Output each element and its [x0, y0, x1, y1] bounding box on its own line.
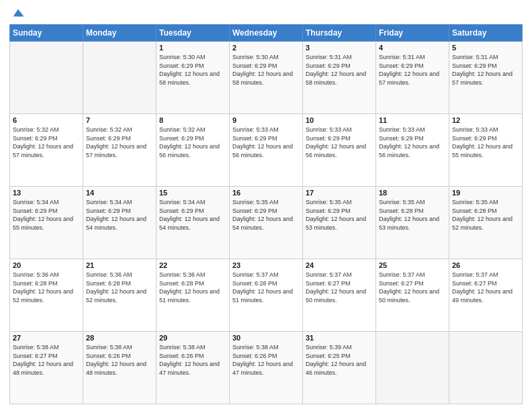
day-info: Sunrise: 5:33 AM Sunset: 6:29 PM Dayligh…	[379, 126, 446, 159]
day-info: Sunrise: 5:38 AM Sunset: 6:26 PM Dayligh…	[232, 343, 300, 377]
calendar-week-row: 13Sunrise: 5:34 AM Sunset: 6:29 PM Dayli…	[10, 187, 523, 259]
calendar-cell: 22Sunrise: 5:36 AM Sunset: 6:28 PM Dayli…	[157, 259, 230, 332]
calendar-cell: 27Sunrise: 5:38 AM Sunset: 6:27 PM Dayli…	[10, 332, 83, 404]
day-info: Sunrise: 5:32 AM Sunset: 6:29 PM Dayligh…	[86, 126, 153, 159]
calendar-cell: 19Sunrise: 5:35 AM Sunset: 6:28 PM Dayli…	[449, 187, 523, 259]
day-number: 22	[159, 261, 226, 269]
calendar-cell: 1Sunrise: 5:30 AM Sunset: 6:29 PM Daylig…	[157, 42, 230, 114]
calendar-cell: 13Sunrise: 5:34 AM Sunset: 6:29 PM Dayli…	[10, 187, 83, 259]
day-info: Sunrise: 5:38 AM Sunset: 6:26 PM Dayligh…	[86, 343, 153, 377]
calendar-cell: 24Sunrise: 5:37 AM Sunset: 6:27 PM Dayli…	[303, 259, 376, 332]
calendar-cell: 30Sunrise: 5:38 AM Sunset: 6:26 PM Dayli…	[230, 332, 303, 404]
calendar-header-saturday: Saturday	[449, 25, 523, 42]
day-info: Sunrise: 5:36 AM Sunset: 6:28 PM Dayligh…	[13, 271, 80, 304]
day-info: Sunrise: 5:35 AM Sunset: 6:28 PM Dayligh…	[379, 198, 446, 232]
calendar-header-friday: Friday	[376, 25, 449, 42]
calendar-cell: 15Sunrise: 5:34 AM Sunset: 6:29 PM Dayli…	[157, 187, 230, 259]
day-number: 26	[452, 261, 519, 269]
calendar-cell: 6Sunrise: 5:32 AM Sunset: 6:29 PM Daylig…	[10, 114, 83, 187]
day-number: 8	[159, 116, 226, 124]
day-number: 30	[232, 334, 300, 342]
calendar-cell: 11Sunrise: 5:33 AM Sunset: 6:29 PM Dayli…	[376, 114, 449, 187]
day-info: Sunrise: 5:33 AM Sunset: 6:29 PM Dayligh…	[232, 126, 300, 159]
calendar-cell	[376, 332, 449, 404]
day-number: 31	[306, 334, 373, 342]
calendar-cell: 9Sunrise: 5:33 AM Sunset: 6:29 PM Daylig…	[230, 114, 303, 187]
calendar-week-row: 27Sunrise: 5:38 AM Sunset: 6:27 PM Dayli…	[10, 332, 523, 404]
logo-icon	[12, 7, 24, 19]
calendar-cell: 26Sunrise: 5:37 AM Sunset: 6:27 PM Dayli…	[449, 259, 523, 332]
day-info: Sunrise: 5:37 AM Sunset: 6:27 PM Dayligh…	[379, 271, 446, 304]
calendar-cell: 25Sunrise: 5:37 AM Sunset: 6:27 PM Dayli…	[376, 259, 449, 332]
calendar-cell: 14Sunrise: 5:34 AM Sunset: 6:29 PM Dayli…	[83, 187, 157, 259]
day-info: Sunrise: 5:34 AM Sunset: 6:29 PM Dayligh…	[86, 198, 153, 232]
calendar-cell: 17Sunrise: 5:35 AM Sunset: 6:29 PM Dayli…	[303, 187, 376, 259]
day-info: Sunrise: 5:33 AM Sunset: 6:29 PM Dayligh…	[452, 126, 519, 159]
day-info: Sunrise: 5:30 AM Sunset: 6:29 PM Dayligh…	[232, 53, 300, 87]
calendar-header-monday: Monday	[83, 25, 157, 42]
day-info: Sunrise: 5:36 AM Sunset: 6:28 PM Dayligh…	[159, 271, 226, 304]
day-number: 27	[13, 334, 80, 342]
day-info: Sunrise: 5:35 AM Sunset: 6:29 PM Dayligh…	[232, 198, 300, 232]
calendar-cell	[449, 332, 523, 404]
day-info: Sunrise: 5:35 AM Sunset: 6:29 PM Dayligh…	[306, 198, 373, 232]
day-info: Sunrise: 5:32 AM Sunset: 6:29 PM Dayligh…	[13, 126, 80, 159]
calendar-cell: 12Sunrise: 5:33 AM Sunset: 6:29 PM Dayli…	[449, 114, 523, 187]
day-number: 23	[232, 261, 300, 269]
calendar-cell	[83, 42, 157, 114]
day-info: Sunrise: 5:37 AM Sunset: 6:27 PM Dayligh…	[452, 271, 519, 304]
day-number: 16	[232, 189, 300, 197]
calendar-cell: 29Sunrise: 5:38 AM Sunset: 6:26 PM Dayli…	[157, 332, 230, 404]
day-number: 2	[232, 44, 300, 52]
day-number: 25	[379, 261, 446, 269]
calendar-header-row: SundayMondayTuesdayWednesdayThursdayFrid…	[10, 25, 523, 42]
calendar-cell: 2Sunrise: 5:30 AM Sunset: 6:29 PM Daylig…	[230, 42, 303, 114]
day-info: Sunrise: 5:30 AM Sunset: 6:29 PM Dayligh…	[159, 53, 226, 87]
day-number: 9	[232, 116, 300, 124]
calendar-cell: 16Sunrise: 5:35 AM Sunset: 6:29 PM Dayli…	[230, 187, 303, 259]
calendar-cell: 23Sunrise: 5:37 AM Sunset: 6:28 PM Dayli…	[230, 259, 303, 332]
day-info: Sunrise: 5:34 AM Sunset: 6:29 PM Dayligh…	[13, 198, 80, 232]
page: SundayMondayTuesdayWednesdayThursdayFrid…	[0, 0, 532, 411]
day-info: Sunrise: 5:33 AM Sunset: 6:29 PM Dayligh…	[306, 126, 373, 159]
day-number: 24	[306, 261, 373, 269]
day-info: Sunrise: 5:38 AM Sunset: 6:27 PM Dayligh…	[13, 343, 80, 377]
day-info: Sunrise: 5:37 AM Sunset: 6:27 PM Dayligh…	[306, 271, 373, 304]
day-number: 18	[379, 189, 446, 197]
calendar-cell: 31Sunrise: 5:39 AM Sunset: 6:25 PM Dayli…	[303, 332, 376, 404]
calendar-header-tuesday: Tuesday	[157, 25, 230, 42]
day-number: 10	[306, 116, 373, 124]
day-info: Sunrise: 5:34 AM Sunset: 6:29 PM Dayligh…	[159, 198, 226, 232]
calendar-header-wednesday: Wednesday	[230, 25, 303, 42]
day-number: 29	[159, 334, 226, 342]
calendar-header-thursday: Thursday	[303, 25, 376, 42]
calendar-cell: 18Sunrise: 5:35 AM Sunset: 6:28 PM Dayli…	[376, 187, 449, 259]
day-number: 17	[306, 189, 373, 197]
calendar-cell: 5Sunrise: 5:31 AM Sunset: 6:29 PM Daylig…	[449, 42, 523, 114]
day-number: 5	[452, 44, 519, 52]
day-number: 21	[86, 261, 153, 269]
calendar-cell	[10, 42, 83, 114]
calendar-week-row: 20Sunrise: 5:36 AM Sunset: 6:28 PM Dayli…	[10, 259, 523, 332]
calendar-header-sunday: Sunday	[10, 25, 83, 42]
calendar-cell: 4Sunrise: 5:31 AM Sunset: 6:29 PM Daylig…	[376, 42, 449, 114]
calendar-cell: 7Sunrise: 5:32 AM Sunset: 6:29 PM Daylig…	[83, 114, 157, 187]
day-info: Sunrise: 5:31 AM Sunset: 6:29 PM Dayligh…	[452, 53, 519, 87]
day-number: 28	[86, 334, 153, 342]
day-number: 20	[13, 261, 80, 269]
day-number: 3	[306, 44, 373, 52]
calendar-cell: 8Sunrise: 5:32 AM Sunset: 6:29 PM Daylig…	[157, 114, 230, 187]
day-info: Sunrise: 5:32 AM Sunset: 6:29 PM Dayligh…	[159, 126, 226, 159]
day-number: 19	[452, 189, 519, 197]
day-info: Sunrise: 5:37 AM Sunset: 6:28 PM Dayligh…	[232, 271, 300, 304]
calendar-cell: 20Sunrise: 5:36 AM Sunset: 6:28 PM Dayli…	[10, 259, 83, 332]
calendar-cell: 21Sunrise: 5:36 AM Sunset: 6:28 PM Dayli…	[83, 259, 157, 332]
day-number: 13	[13, 189, 80, 197]
day-number: 6	[13, 116, 80, 124]
day-number: 15	[159, 189, 226, 197]
day-info: Sunrise: 5:31 AM Sunset: 6:29 PM Dayligh…	[306, 53, 373, 87]
calendar-week-row: 6Sunrise: 5:32 AM Sunset: 6:29 PM Daylig…	[10, 114, 523, 187]
calendar-week-row: 1Sunrise: 5:30 AM Sunset: 6:29 PM Daylig…	[10, 42, 523, 114]
day-info: Sunrise: 5:31 AM Sunset: 6:29 PM Dayligh…	[379, 53, 446, 87]
day-info: Sunrise: 5:35 AM Sunset: 6:28 PM Dayligh…	[452, 198, 519, 232]
